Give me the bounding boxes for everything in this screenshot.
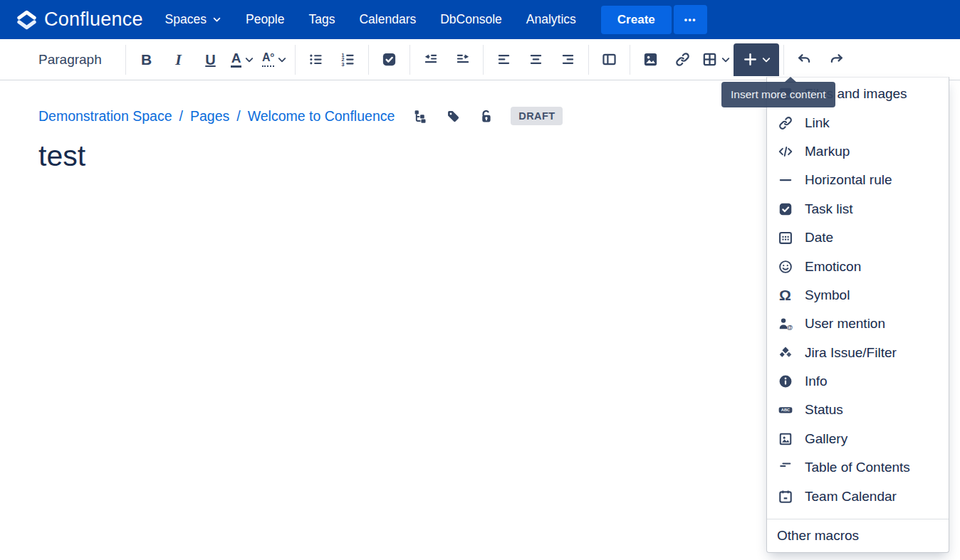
bullet-list-icon [308, 51, 324, 68]
nav-more-button[interactable]: ••• [674, 5, 707, 34]
plus-icon [742, 51, 758, 68]
chevron-down-icon [244, 55, 254, 65]
align-right-icon [560, 51, 576, 68]
text-color-icon: A [231, 51, 242, 68]
user-mention-icon: @ [777, 316, 793, 332]
indent-button[interactable] [447, 46, 479, 74]
nav-item-people[interactable]: People [234, 0, 297, 39]
menu-item-table-of-contents[interactable]: Table of Contents [767, 453, 949, 482]
paragraph-style-label: Paragraph [38, 52, 102, 68]
outdent-button[interactable] [414, 46, 447, 74]
editor-content-area[interactable] [0, 185, 755, 555]
other-macros-item[interactable]: Other macros [767, 519, 949, 552]
page-title-input[interactable]: test [38, 139, 85, 173]
page-layout-button[interactable] [593, 46, 625, 74]
menu-item-status[interactable]: ABCStatus [767, 396, 949, 424]
menu-item-label: Link [805, 115, 830, 131]
confluence-logo-icon [16, 9, 38, 31]
toolbar-group [593, 46, 625, 74]
align-left-button[interactable] [488, 46, 520, 74]
insert-more-content-button[interactable] [734, 43, 779, 76]
toolbar-group [788, 46, 852, 74]
menu-item-symbol[interactable]: ΩSymbol [767, 281, 949, 310]
menu-item-horizontal-rule[interactable]: Horizontal rule [767, 166, 949, 194]
menu-item-info[interactable]: Info [767, 367, 949, 396]
toolbar-buttons: BIUAAo123 [121, 43, 852, 76]
nav-item-spaces[interactable]: Spaces [153, 0, 234, 39]
more-formatting-button[interactable]: Ao [259, 46, 291, 74]
toolbar-separator [295, 45, 296, 75]
insert-table-icon [701, 51, 718, 68]
undo-icon [796, 51, 813, 68]
task-list-button[interactable] [373, 46, 405, 74]
insert-link-button[interactable] [667, 46, 699, 74]
underline-button[interactable]: U [194, 46, 226, 74]
align-right-button[interactable] [552, 46, 584, 74]
breadcrumb-link-3[interactable]: Welcome to Confluence [248, 108, 395, 125]
team-calendar-icon [777, 488, 793, 504]
horizontal-rule-icon [777, 172, 793, 189]
menu-item-emoticon[interactable]: Emoticon [767, 252, 949, 280]
breadcrumb-link-2[interactable]: Pages [190, 108, 229, 125]
menu-item-link[interactable]: Link [767, 108, 949, 137]
menu-item-label: Markup [805, 144, 850, 159]
bullet-list-button[interactable] [300, 46, 332, 74]
toolbar-separator [368, 45, 369, 75]
toolbar-group [635, 43, 779, 76]
table-of-contents-icon [777, 460, 793, 476]
editor-toolbar: Paragraph BIUAAo123 [0, 39, 960, 80]
breadcrumb: Demonstration Space/Pages/Welcome to Con… [38, 108, 395, 125]
svg-text:@: @ [786, 324, 792, 332]
menu-item-user-mention[interactable]: @User mention [767, 310, 949, 338]
menu-item-label: Horizontal rule [805, 172, 892, 188]
menu-item-label: Symbol [805, 287, 850, 303]
create-button[interactable]: Create [601, 6, 672, 34]
confluence-home-link[interactable]: Confluence [16, 9, 143, 31]
menu-item-label: Table of Contents [805, 460, 910, 475]
info-icon [777, 374, 793, 390]
menu-item-label: Status [805, 402, 843, 418]
svg-text:3: 3 [341, 62, 344, 68]
nav-item-analytics[interactable]: Analytics [514, 0, 588, 39]
insert-table-button[interactable] [699, 46, 734, 74]
nav-item-calendars[interactable]: Calendars [347, 0, 428, 39]
page-tree-icon[interactable] [413, 109, 428, 124]
bold-icon: B [141, 52, 152, 67]
toolbar-separator [783, 45, 784, 75]
tooltip-label: Insert more content [731, 88, 826, 100]
align-left-icon [496, 51, 512, 68]
text-color-button[interactable]: A [226, 46, 259, 74]
status-icon: ABC [777, 402, 793, 418]
menu-item-markup[interactable]: Markup [767, 137, 949, 166]
menu-item-label: Jira Issue/Filter [805, 345, 897, 361]
numbered-list-icon: 123 [340, 51, 356, 68]
unlock-icon[interactable] [479, 109, 494, 124]
nav-item-tags[interactable]: Tags [296, 0, 347, 39]
italic-button[interactable]: I [162, 46, 194, 74]
menu-item-jira-issue-filter[interactable]: Jira Issue/Filter [767, 339, 949, 367]
toolbar-group: 123 [300, 46, 364, 74]
menu-item-team-calendar[interactable]: Team Calendar [767, 482, 949, 510]
nav-item-label: Spaces [165, 12, 207, 27]
undo-button[interactable] [788, 46, 820, 74]
align-center-button[interactable] [520, 46, 552, 74]
redo-button[interactable] [820, 46, 852, 74]
menu-item-label: Date [805, 230, 833, 245]
nav-item-label: DbConsole [440, 12, 502, 27]
label-icon[interactable] [446, 109, 461, 124]
numbered-list-button[interactable]: 123 [332, 46, 364, 74]
chevron-down-icon [761, 55, 771, 65]
paragraph-style-select[interactable]: Paragraph [38, 52, 115, 68]
menu-item-task-list[interactable]: Task list [767, 195, 949, 223]
menu-item-gallery[interactable]: Gallery [767, 425, 949, 453]
tooltip-arrow [784, 77, 797, 83]
bold-button[interactable]: B [130, 46, 162, 74]
menu-item-date[interactable]: Date [767, 223, 949, 252]
jira-issue-icon [777, 344, 793, 361]
nav-item-dbconsole[interactable]: DbConsole [428, 0, 514, 39]
breadcrumb-link-1[interactable]: Demonstration Space [38, 108, 172, 125]
toolbar-separator [409, 45, 410, 75]
breadcrumb-icons [413, 109, 494, 124]
insert-files-button[interactable] [635, 46, 667, 74]
menu-item-label: User mention [805, 316, 885, 332]
